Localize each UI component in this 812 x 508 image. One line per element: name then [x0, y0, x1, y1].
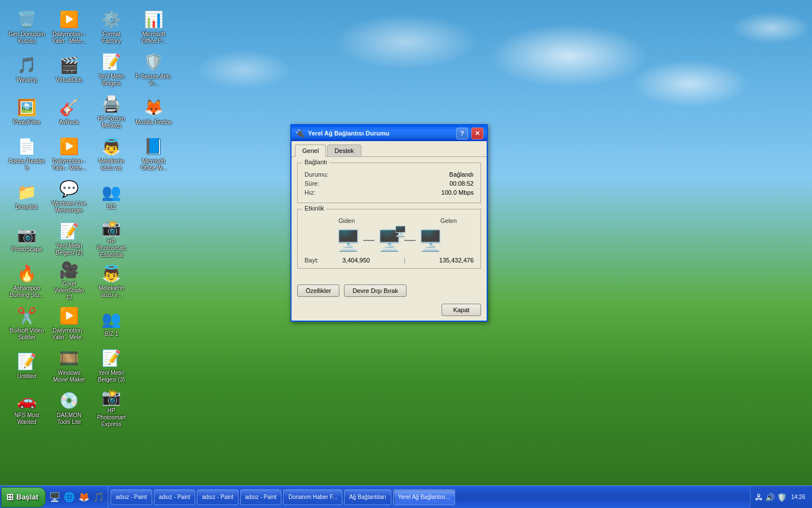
desktop-icon-format-factory[interactable]: ⚙️Format Factory [90, 6, 133, 48]
adobe-reader-icon: 📄 [17, 137, 37, 157]
desktop-icon-hp-express[interactable]: 📸HP Photosmart Express [90, 387, 133, 429]
taskbar-item-3[interactable]: adsız - Paint [240, 489, 282, 505]
biz1-icon: 👥 [102, 309, 122, 330]
taskbar: ⊞ Başlat 🖥️ 🌐 🦊 🎵 adsız - Paintadsız - P… [0, 485, 812, 508]
media-icon[interactable]: 🎵 [92, 491, 105, 504]
desktop-icon-biz[interactable]: 👥BİZ [90, 175, 133, 217]
computer-right-icon: 🖥️ [418, 229, 443, 252]
winamp-label: Winamp [16, 77, 37, 84]
start-button[interactable]: ⊞ Başlat [1, 487, 46, 507]
dialog-title-icon: 🔌 [295, 129, 304, 138]
dialog-close-button[interactable]: ✕ [471, 128, 483, 139]
desktop-icon-virtualdub[interactable]: 🎬VirtualDub [48, 48, 90, 90]
devre-disi-button[interactable]: Devre Dışı Bırak [344, 284, 407, 297]
dialog-help-button[interactable]: ? [456, 128, 468, 139]
meleklerin2-icon: 👼 [102, 264, 122, 284]
desktop-icon-meleklerin2[interactable]: 👼Meleklerin sözü v... [90, 260, 133, 302]
desktop-icon-dailymotion3[interactable]: ▶️Dailymotion - Yalin - Mele... [48, 302, 90, 344]
microsoft-op-icon: 📊 [144, 10, 164, 30]
desktop-icon-dailymotion2[interactable]: ▶️Dailymotion - Yalin - Mele... [48, 133, 90, 175]
dialog-tabs: Genel Destek [292, 141, 487, 157]
bytes-values: 3,404,950 | 135,432,476 [342, 257, 474, 264]
desktop-icon-photofiltre[interactable]: 🖼️PhotoFiltre [6, 90, 48, 133]
yeni-metin3-label: Yeni Metin Belgesi (3) [92, 370, 130, 383]
desktop-icon-microsoft-op[interactable]: 📊Microsoft Office P... [133, 6, 175, 48]
mozilla-icon: 🦊 [144, 98, 164, 118]
show-desktop-icon[interactable]: 🖥️ [48, 491, 61, 504]
taskbar-item-0[interactable]: adsız - Paint [111, 489, 152, 505]
desktop-icon-msword[interactable]: 📘Microsoft Office W... [133, 133, 175, 175]
taskbar-item-1[interactable]: adsız - Paint [154, 489, 196, 505]
desktop-icon-boilsoft[interactable]: ✂️Boilsoft Video Splitter [6, 302, 48, 344]
dialog-titlebar: 🔌 Yerel Ağ Bağlantısı Durumu ? ✕ [292, 125, 487, 141]
network-tray-icon[interactable]: 🖧 [755, 493, 763, 502]
tab-destek[interactable]: Destek [327, 144, 361, 156]
dailymotion2-icon: ▶️ [59, 137, 80, 157]
desktop-icon-yeni-metin1[interactable]: 📝Yeni Metin Belgesi (2) [48, 217, 90, 260]
desktop-icon-windows-movie-maker[interactable]: 🎞️Windows Movie Maker [48, 344, 90, 387]
geri-donusum-label: Geri Dönüşüm Kutusu [8, 31, 46, 45]
kapat-button[interactable]: Kapat [442, 304, 481, 316]
photoscape-label: PhotoScape [11, 246, 42, 253]
desktop-icon-mozilla[interactable]: 🦊Mozilla Firefox [133, 90, 175, 133]
desktop-icon-hp-essential[interactable]: 📸HP Photosmart Essential [90, 217, 133, 260]
desktop-icon-daemon-tools[interactable]: 💿DAEMON Tools Lite [48, 387, 90, 429]
desktop-icon-corel[interactable]: 🎥Corel VideoStudio 12 [48, 260, 90, 302]
bytes-row: Bayt: 3,404,950 | 135,432,476 [304, 257, 474, 264]
sure-row: Süre: 00:08:52 [304, 180, 474, 187]
tab-genel[interactable]: Genel [295, 144, 326, 157]
fsecure-icon: 🛡️ [144, 52, 164, 72]
hp-cozum-icon: 🖨️ [102, 94, 122, 115]
baglanti-section: Bağlantı Durumu: Bağlandı Süre: 00:08:52… [297, 163, 481, 203]
desktop-icon-biz1[interactable]: 👥BİZ 1 [90, 302, 133, 344]
geri-donusum-icon: 🗑️ [17, 10, 37, 30]
virtualdub-icon: 🎬 [59, 55, 80, 76]
ie-icon[interactable]: 🌐 [63, 491, 76, 504]
sure-value: 00:08:52 [449, 180, 474, 187]
hiz-value: 100.0 Mbps [442, 189, 474, 196]
meleklerin2-label: Meleklerin sözü v... [92, 285, 130, 299]
ozellikler-button[interactable]: Özellikler [297, 284, 339, 297]
taskbar-item-5[interactable]: Ağ Bağlantıları [344, 489, 391, 505]
desktop-icon-dailymotion1[interactable]: ▶️Dailymotion - Yalin - Mele... [48, 6, 90, 48]
desktop-icon-fsecure[interactable]: 🛡️F-Secure Anti-Vi... [133, 48, 175, 90]
desktop-icon-yeni-metin3[interactable]: 📝Yeni Metin Belgesi (3) [90, 344, 133, 387]
hiz-row: Hız: 100.0 Mbps [304, 189, 474, 196]
desktop-icon-photoscape[interactable]: 📷PhotoScape [6, 217, 48, 260]
yeni-metin1-icon: 📝 [59, 221, 80, 242]
desktop-icon-untitled[interactable]: 📝Untitled [6, 344, 48, 387]
desktop-icon-dosyalar[interactable]: 📁Dosyalar [6, 175, 48, 217]
volume-tray-icon[interactable]: 🔊 [765, 493, 775, 502]
desktop-icon-ashampoo[interactable]: 🔥Ashampoo Burning Stu... [6, 260, 48, 302]
hiz-label: Hız: [304, 189, 316, 196]
dailymotion1-label: Dailymotion - Yalin - Mele... [50, 31, 88, 45]
firefox-icon[interactable]: 🦊 [77, 491, 91, 504]
corel-label: Corel VideoStudio 12 [50, 281, 88, 301]
dailymotion2-label: Dailymotion - Yalin - Mele... [50, 158, 88, 172]
taskbar-item-6[interactable]: Yerel Ağ Bağlantısı... [393, 489, 455, 505]
desktop-icon-hp-cozum[interactable]: 🖨️HP Çözüm Merkezi [90, 90, 133, 133]
desktop-icon-winamp[interactable]: 🎵Winamp [6, 48, 48, 90]
desktop-icon-nfs[interactable]: 🚗NFS Most Wanted [6, 387, 48, 429]
desktop-icon-geri-donusum[interactable]: 🗑️Geri Dönüşüm Kutusu [6, 6, 48, 48]
hp-essential-label: HP Photosmart Essential [92, 238, 130, 259]
daemon-tools-icon: 💿 [59, 391, 80, 411]
dosyalar-icon: 📁 [17, 182, 37, 203]
windows-movie-maker-icon: 🎞️ [59, 348, 80, 369]
network-status-dialog: 🔌 Yerel Ağ Bağlantısı Durumu ? ✕ Genel D… [290, 124, 488, 322]
desktop-icon-windows-live-messenger[interactable]: 💬Windows Live Messenger [48, 175, 90, 217]
taskbar-item-2[interactable]: adsız - Paint [197, 489, 239, 505]
taskbar-item-4[interactable]: Donanım Haber F... [283, 489, 342, 505]
desktop-icon-meleklerin[interactable]: 👼Meleklerin sözü var [90, 133, 133, 175]
ashampoo-label: Ashampoo Burning Stu... [8, 285, 46, 299]
desktop-icon-yeni-metin2[interactable]: 📝Yeni Metin Belgesi [90, 48, 133, 90]
photoscape-icon: 📷 [17, 225, 37, 245]
system-clock[interactable]: 14:26 [789, 494, 807, 500]
photofiltre-icon: 🖼️ [17, 98, 37, 118]
desktop-icon-adobe-reader[interactable]: 📄Adobe Reader 9 [6, 133, 48, 175]
desktop-icon-avreck[interactable]: 🎸AvReck [48, 90, 90, 133]
security-tray-icon[interactable]: 🛡️ [777, 493, 787, 502]
mozilla-label: Mozilla Firefox [135, 119, 171, 126]
nfs-label: NFS Most Wanted [8, 412, 46, 426]
hp-essential-icon: 📸 [102, 218, 122, 237]
